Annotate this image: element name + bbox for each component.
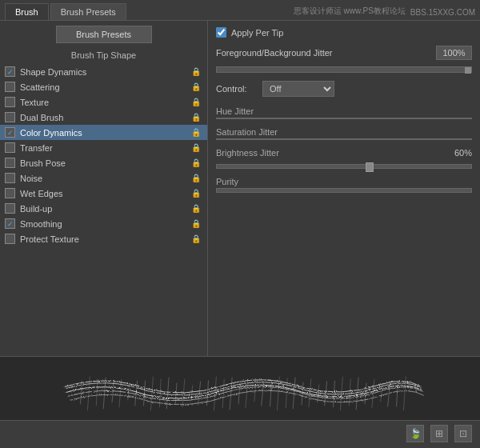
tab-bar: Brush Brush Presets 思客设计师运 www.PS教程论坛 BB… xyxy=(0,0,480,20)
svg-line-33 xyxy=(277,377,279,410)
lock-icon-buildup: 🔒 xyxy=(191,204,201,213)
brightness-jitter-value: 60% xyxy=(454,148,472,158)
brightness-jitter-slider[interactable] xyxy=(216,164,472,169)
brush-stroke-svg xyxy=(0,357,480,420)
brush-item-protect-texture[interactable]: Protect Texture 🔒 xyxy=(0,231,207,246)
svg-line-35 xyxy=(309,379,311,408)
brush-item-texture[interactable]: Texture 🔒 xyxy=(0,94,207,110)
svg-line-19 xyxy=(381,386,382,402)
grid-icon: ⊞ xyxy=(435,428,443,439)
brightness-jitter-label: Brightness Jitter xyxy=(216,148,279,158)
brush-item-color-dynamics[interactable]: Color Dynamics 🔒 xyxy=(0,125,207,140)
right-panel: Apply Per Tip Foreground/Background Jitt… xyxy=(208,21,480,356)
brush-item-dual-brush[interactable]: Dual Brush 🔒 xyxy=(0,110,207,125)
leaf-icon: 🍃 xyxy=(410,428,422,439)
svg-line-37 xyxy=(340,377,342,410)
scrollbar[interactable] xyxy=(216,66,472,73)
main-content: Brush Presets Brush Tip Shape Shape Dyna… xyxy=(0,20,480,356)
resize-icon: ⊡ xyxy=(459,428,467,439)
apply-per-tip-label: Apply Per Tip xyxy=(231,28,283,38)
checkbox-buildup[interactable] xyxy=(5,203,15,214)
grid-icon-button[interactable]: ⊞ xyxy=(430,425,448,442)
tab-brush-presets[interactable]: Brush Presets xyxy=(50,3,126,20)
svg-line-30 xyxy=(230,378,232,410)
purity-slider[interactable] xyxy=(216,188,472,193)
section-header: Brush Tip Shape xyxy=(0,48,207,62)
watermark: 思客设计师运 www.PS教程论坛 BBS.15XXG.COM xyxy=(294,6,475,20)
checkbox-transfer[interactable] xyxy=(5,142,15,153)
brush-item-shape-dynamics[interactable]: Shape Dynamics 🔒 xyxy=(0,64,207,79)
hue-jitter-row: Hue Jitter xyxy=(216,106,472,119)
svg-line-5 xyxy=(159,379,161,408)
apply-per-tip-checkbox[interactable] xyxy=(216,27,226,38)
lock-icon-transfer: 🔒 xyxy=(191,143,201,152)
lock-icon-brush-pose: 🔒 xyxy=(191,158,201,167)
checkbox-scattering[interactable] xyxy=(5,82,15,92)
checkbox-noise[interactable] xyxy=(5,173,15,183)
svg-line-28 xyxy=(198,382,201,406)
fg-bg-jitter-label: Foreground/Background Jitter xyxy=(216,48,333,58)
checkbox-wet-edges[interactable] xyxy=(5,188,15,198)
brush-presets-button[interactable]: Brush Presets xyxy=(56,26,152,43)
saturation-jitter-row: Saturation Jitter xyxy=(216,127,472,140)
svg-line-25 xyxy=(150,377,153,410)
checkbox-texture[interactable] xyxy=(5,97,15,107)
lock-icon-protect-texture: 🔒 xyxy=(191,234,201,243)
lock-icon-dual-brush: 🔒 xyxy=(191,113,201,122)
lock-icon-noise: 🔒 xyxy=(191,174,201,182)
svg-line-22 xyxy=(103,378,106,410)
lock-icon-scattering: 🔒 xyxy=(191,82,201,91)
lock-icon-texture: 🔒 xyxy=(191,98,201,106)
svg-line-8 xyxy=(207,381,209,406)
checkbox-protect-texture[interactable] xyxy=(5,234,15,244)
bottom-toolbar: 🍃 ⊞ ⊡ xyxy=(0,420,480,446)
apply-per-tip-row: Apply Per Tip xyxy=(216,27,472,38)
svg-line-20 xyxy=(397,381,398,407)
purity-label: Purity xyxy=(216,177,472,186)
control-row: Control: Off Fade Pen Pressure Pen Tilt … xyxy=(216,81,472,97)
fg-bg-jitter-row: Foreground/Background Jitter 100% xyxy=(216,46,472,60)
svg-line-7 xyxy=(191,386,193,402)
brush-item-buildup[interactable]: Build-up 🔒 xyxy=(0,201,207,216)
hue-jitter-slider[interactable] xyxy=(216,118,472,119)
scrollbar-thumb[interactable] xyxy=(465,67,471,74)
brush-list: Shape Dynamics 🔒 Scattering 🔒 Texture 🔒 … xyxy=(0,62,207,356)
svg-line-34 xyxy=(293,378,295,410)
checkbox-dual-brush[interactable] xyxy=(5,112,15,122)
brush-item-smoothing[interactable]: Smoothing 🔒 xyxy=(0,216,207,231)
saturation-jitter-label: Saturation Jitter xyxy=(216,127,472,137)
brush-item-noise[interactable]: Noise 🔒 xyxy=(0,170,207,186)
lock-icon-smoothing: 🔒 xyxy=(191,219,201,228)
svg-line-24 xyxy=(135,381,138,406)
purity-row: Purity xyxy=(216,177,472,193)
brush-item-transfer[interactable]: Transfer 🔒 xyxy=(0,140,207,155)
checkbox-brush-pose[interactable] xyxy=(5,158,15,168)
brush-item-wet-edges[interactable]: Wet Edges 🔒 xyxy=(0,186,207,201)
leaf-icon-button[interactable]: 🍃 xyxy=(406,425,424,442)
lock-icon: 🔒 xyxy=(191,67,201,76)
lock-icon-color-dynamics: 🔒 xyxy=(191,128,201,137)
control-select[interactable]: Off Fade Pen Pressure Pen Tilt Stylus Wh… xyxy=(262,81,334,97)
checkbox-smoothing[interactable] xyxy=(5,218,15,229)
hue-jitter-label: Hue Jitter xyxy=(216,106,472,116)
svg-line-40 xyxy=(388,382,390,407)
left-panel: Brush Presets Brush Tip Shape Shape Dyna… xyxy=(0,21,208,356)
brush-item-scattering[interactable]: Scattering 🔒 xyxy=(0,79,207,94)
fg-bg-jitter-value[interactable]: 100% xyxy=(436,46,472,60)
svg-line-38 xyxy=(356,378,358,410)
tab-brush[interactable]: Brush xyxy=(5,3,49,20)
lock-icon-wet-edges: 🔒 xyxy=(191,189,201,198)
svg-line-2 xyxy=(112,382,114,403)
brightness-jitter-thumb[interactable] xyxy=(366,162,374,172)
resize-icon-button[interactable]: ⊡ xyxy=(454,425,472,442)
checkbox-shape-dynamics[interactable] xyxy=(5,66,15,77)
svg-line-6 xyxy=(175,383,177,405)
control-label: Control: xyxy=(216,84,256,94)
svg-line-12 xyxy=(270,381,272,407)
svg-line-4 xyxy=(144,381,146,406)
checkbox-color-dynamics[interactable] xyxy=(5,127,15,138)
brightness-jitter-header: Brightness Jitter 60% xyxy=(216,148,472,158)
saturation-jitter-slider[interactable] xyxy=(216,138,472,140)
brush-item-brush-pose[interactable]: Brush Pose 🔒 xyxy=(0,155,207,170)
svg-line-0 xyxy=(81,381,82,405)
